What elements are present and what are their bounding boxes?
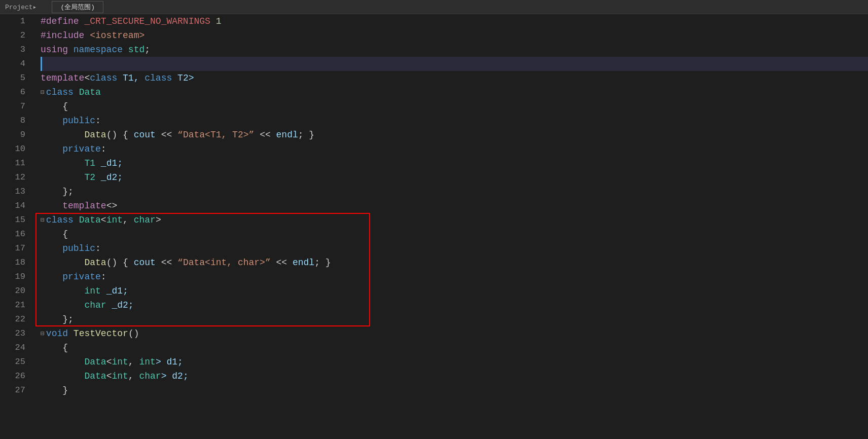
code-line: ⊟class Data<int, char> — [41, 213, 868, 227]
line-number: 20 — [0, 284, 25, 298]
code-area: 1234567891011121314151617181920212223242… — [0, 14, 868, 439]
line-number: 8 — [0, 114, 25, 128]
line-number: 4 — [0, 57, 25, 71]
line-number: 25 — [0, 355, 25, 369]
line-number: 3 — [0, 43, 25, 57]
collapse-icon[interactable]: ⊟ — [41, 88, 45, 96]
code-line: #include <iostream> — [41, 28, 868, 43]
code-line: Data() { cout << “Data<T1, T2>” << endl;… — [41, 128, 868, 142]
line-number: 13 — [0, 185, 25, 199]
code-line: Data<int, char> d2; — [41, 369, 868, 383]
code-line — [41, 57, 868, 71]
code-line: #define _CRT_SECURE_NO_WARNINGS 1 — [41, 14, 868, 28]
line-number: 23 — [0, 326, 25, 341]
line-number: 2 — [0, 28, 25, 43]
scope-tab[interactable]: (全局范围) — [52, 1, 103, 13]
code-line: }; — [41, 185, 868, 199]
code-line: private: — [41, 270, 868, 284]
line-number: 26 — [0, 369, 25, 383]
line-number: 6 — [0, 85, 25, 99]
line-number: 15 — [0, 213, 25, 227]
collapse-icon[interactable]: ⊟ — [41, 216, 45, 224]
code-line: { — [41, 99, 868, 114]
code-line: { — [41, 227, 868, 241]
line-number: 24 — [0, 341, 25, 355]
line-number: 18 — [0, 255, 25, 270]
line-number: 7 — [0, 99, 25, 114]
line-number: 5 — [0, 71, 25, 85]
line-number: 12 — [0, 170, 25, 185]
code-content: #define _CRT_SECURE_NO_WARNINGS 1#includ… — [35, 14, 868, 439]
line-number: 19 — [0, 270, 25, 284]
line-number: 16 — [0, 227, 25, 241]
code-line: { — [41, 341, 868, 355]
code-line: ⊟class Data — [41, 85, 868, 99]
code-line: T2 _d2; — [41, 170, 868, 185]
code-line: } — [41, 383, 868, 397]
code-line: Data() { cout << “Data<int, char>” << en… — [41, 255, 868, 270]
code-line: private: — [41, 142, 868, 156]
code-line: ⊟void TestVector() — [41, 326, 868, 341]
line-number: 27 — [0, 383, 25, 397]
code-line: using namespace std; — [41, 43, 868, 57]
line-number: 11 — [0, 156, 25, 170]
code-line: T1 _d1; — [41, 156, 868, 170]
line-number: 10 — [0, 142, 25, 156]
top-bar: Project▸ (全局范围) — [0, 0, 868, 14]
code-line: int _d1; — [41, 284, 868, 298]
code-line: }; — [41, 312, 868, 326]
code-line: public: — [41, 241, 868, 255]
code-line: public: — [41, 114, 868, 128]
line-number: 14 — [0, 199, 25, 213]
code-line: template<class T1, class T2> — [41, 71, 868, 85]
editor-container: Project▸ (全局范围) 123456789101112131415161… — [0, 0, 868, 439]
line-number: 9 — [0, 128, 25, 142]
line-number: 1 — [0, 14, 25, 28]
line-number: 17 — [0, 241, 25, 255]
code-line: Data<int, int> d1; — [41, 355, 868, 369]
project-label: Project▸ — [5, 3, 37, 11]
code-line: template<> — [41, 199, 868, 213]
line-numbers: 1234567891011121314151617181920212223242… — [0, 14, 35, 439]
code-line: char _d2; — [41, 298, 868, 312]
line-number: 22 — [0, 312, 25, 326]
line-number: 21 — [0, 298, 25, 312]
collapse-icon[interactable]: ⊟ — [41, 330, 45, 338]
